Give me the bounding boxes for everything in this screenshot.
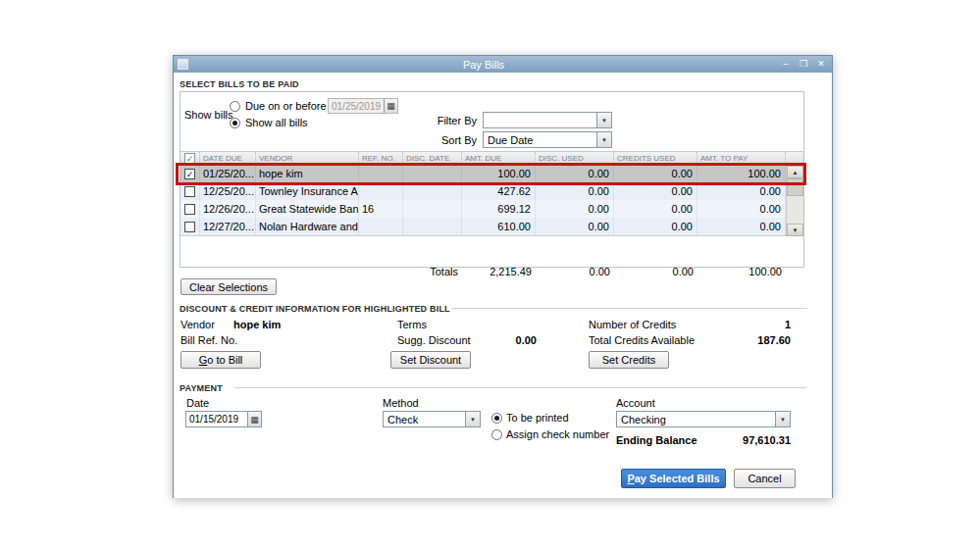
ending-balance-value: 97,610.31 [703,434,791,446]
due-on-or-before-label: Due on or before [245,100,327,112]
calendar-icon[interactable]: ▦ [384,99,397,113]
bills-panel: Show bills Due on or before 01/25/2019 ▦… [180,91,804,268]
column-header-vendor[interactable]: VENDOR [256,152,359,164]
cell-disc-date [403,218,462,235]
bill-ref-label: Bill Ref. No. [181,334,237,346]
totals-disc-used: 0.00 [536,266,614,277]
section-divider [234,387,806,388]
close-icon[interactable]: ✕ [814,59,828,71]
cell-disc-used: 0.00 [536,182,614,200]
calendar-icon[interactable]: ▦ [247,412,261,426]
number-of-credits-value: 1 [723,319,791,330]
table-row[interactable]: ✓ 01/25/20... hope kim 100.00 0.00 0.00 … [181,165,803,182]
table-scrollbar[interactable]: ▲ ▼ [786,166,803,236]
window-menu-icon[interactable] [178,59,188,70]
set-discount-button[interactable]: Set Discount [390,351,471,369]
scroll-down-icon[interactable]: ▼ [787,224,803,236]
payment-section-label: PAYMENT [180,383,223,393]
column-header-ref-no[interactable]: REF. NO. [359,152,403,164]
account-dropdown[interactable]: Checking ▼ [616,411,791,427]
column-header-amt-to-pay[interactable]: AMT. TO PAY [697,152,786,164]
cell-amt-to-pay[interactable]: 0.00 [697,200,786,218]
payment-date-field[interactable]: 01/15/2019 ▦ [185,411,262,427]
section-divider [452,308,806,309]
total-credits-label: Total Credits Available [589,334,695,346]
sugg-discount-value: 0.00 [470,334,537,346]
row-checkbox[interactable] [184,204,195,215]
row-checkbox[interactable] [184,222,195,232]
minimize-icon[interactable]: – [779,59,793,71]
cell-ref-no [359,165,403,182]
cell-disc-date [403,165,462,182]
set-credits-button[interactable]: Set Credits [589,351,669,369]
column-header-disc-used[interactable]: DISC. USED [536,152,614,164]
filter-by-dropdown[interactable]: ▼ [483,112,612,128]
show-all-bills-label: Show all bills [245,117,308,128]
cell-date-due: 01/25/20... [200,165,256,182]
chevron-down-icon: ▼ [465,412,480,426]
table-row[interactable]: 12/25/20... Townley Insurance A... 427.6… [181,182,803,200]
cell-amt-due: 100.00 [462,165,536,182]
due-on-or-before-radio[interactable] [230,101,240,112]
cell-disc-date [403,200,462,218]
cell-amt-due: 427.62 [462,182,536,200]
select-all-column-header[interactable]: ✓ [181,152,200,164]
cell-credits-used: 0.00 [614,165,697,182]
account-label: Account [616,397,655,409]
cancel-button[interactable]: Cancel [734,469,796,488]
assign-check-number-radio[interactable] [491,429,502,440]
totals-amt-due: 2,215.49 [462,266,536,277]
column-header-credits-used[interactable]: CREDITS USED [614,152,697,164]
cell-vendor: Great Statewide Bank [256,200,359,218]
go-to-bill-button[interactable]: Go to Bill [181,351,261,369]
select-bills-section-label: SELECT BILLS TO BE PAID [180,79,299,89]
totals-label: Totals [181,266,462,277]
to-be-printed-radio[interactable] [491,413,502,424]
to-be-printed-label: To be printed [506,412,569,424]
cell-date-due: 12/26/20... [200,200,256,218]
payment-date-label: Date [186,397,209,409]
sort-by-dropdown[interactable]: Due Date ▼ [483,131,612,148]
chevron-down-icon: ▼ [596,132,611,147]
cell-credits-used: 0.00 [614,200,697,218]
payment-method-label: Method [383,397,419,409]
pay-selected-bills-button[interactable]: Pay Selected Bills [621,469,726,488]
cell-amt-due: 699.12 [462,200,536,218]
payment-method-dropdown[interactable]: Check ▼ [383,411,481,427]
cell-amt-to-pay[interactable]: 0.00 [697,218,786,235]
row-checkbox[interactable] [184,186,195,197]
due-date-field: 01/25/2019 ▦ [328,98,398,114]
cell-ref-no: 16 [359,200,403,218]
terms-label: Terms [397,319,427,330]
column-header-amt-due[interactable]: AMT. DUE [462,152,536,164]
column-header-date-due[interactable]: DATE DUE [200,152,256,164]
show-all-bills-radio[interactable] [230,118,240,128]
assign-check-number-label: Assign check number [506,428,609,440]
cell-vendor: hope kim [256,165,359,182]
maximize-icon[interactable]: ❒ [797,59,810,71]
scroll-up-icon[interactable]: ▲ [787,166,803,178]
cell-date-due: 12/27/20... [200,218,256,235]
show-bills-label: Show bills [184,109,233,121]
column-header-disc-date[interactable]: DISC. DATE [403,152,462,164]
row-checkbox[interactable]: ✓ [184,169,195,179]
cell-date-due: 12/25/20... [200,182,256,200]
sugg-discount-label: Sugg. Discount [397,334,471,346]
scrollbar-thumb[interactable] [787,178,803,196]
table-row[interactable]: 12/27/20... Nolan Hardware and ... 610.0… [181,218,803,235]
cell-amt-to-pay[interactable]: 100.00 [697,165,786,182]
bills-table: ✓ DATE DUE VENDOR REF. NO. DISC. DATE AM… [181,151,803,236]
cell-amt-to-pay[interactable]: 0.00 [697,182,786,200]
window-title: Pay Bills [188,59,779,71]
cell-credits-used: 0.00 [614,218,697,235]
cell-disc-date [403,182,462,200]
titlebar[interactable]: Pay Bills – ❒ ✕ [174,56,832,73]
sort-by-label: Sort By [402,134,477,146]
cell-amt-due: 610.00 [462,218,536,235]
cell-vendor: Nolan Hardware and ... [256,218,359,235]
clear-selections-button[interactable]: Clear Selections [181,278,277,295]
totals-credits-used: 0.00 [614,266,697,277]
table-row[interactable]: 12/26/20... Great Statewide Bank 16 699.… [181,200,803,218]
chevron-down-icon: ▼ [775,412,790,426]
cell-disc-used: 0.00 [536,200,614,218]
